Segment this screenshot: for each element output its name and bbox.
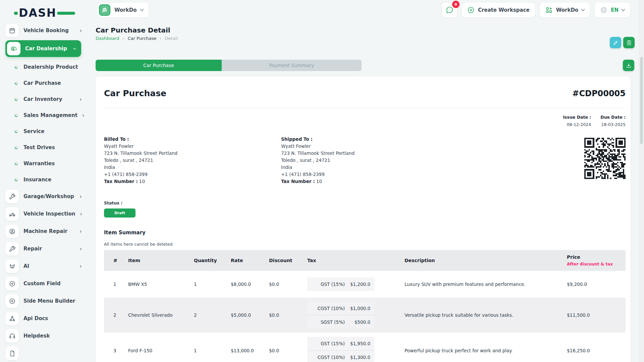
page-scrollbar[interactable] xyxy=(639,0,644,362)
sidebar-item-vehicle-inspection[interactable]: Vehicle Inspection› xyxy=(5,205,89,223)
chevron-right-icon: › xyxy=(79,246,82,252)
sidebar: DASH Vehicle Booking›Car Dealership›Deal… xyxy=(0,0,89,362)
language-label: EN xyxy=(611,7,619,13)
col-description: Description xyxy=(400,250,563,271)
bullet-icon xyxy=(14,162,18,166)
caravan-icon xyxy=(7,42,20,55)
chevron-right-icon: › xyxy=(123,36,124,41)
chevron-right-icon: › xyxy=(79,263,82,269)
breadcrumb-dashboard[interactable]: Dashboard xyxy=(96,36,119,41)
cell-item: Ford F-150 xyxy=(125,333,191,362)
sidebar-item-garage-workshop[interactable]: Garage/Workshop› xyxy=(5,188,89,205)
car-purchase-card: Car Purchase #CDP00005 Issue Date : 08-1… xyxy=(96,76,631,362)
billed-to-title: Billed To : xyxy=(104,136,281,143)
logo-text: DASH xyxy=(19,6,56,19)
item-summary-title: Item Summary xyxy=(104,230,626,236)
scrollbar-thumb[interactable] xyxy=(640,57,643,144)
detail-tabs: Car Purchase Payment Summary xyxy=(96,60,362,71)
cell-description: Luxury SUV with premium features and per… xyxy=(400,271,563,298)
status-label: Status : xyxy=(104,200,626,205)
chevron-right-icon: › xyxy=(79,28,82,34)
shipped-to-address1: 723 N. Tillamook Street Portland xyxy=(281,150,458,157)
sidebar-item-vehicle-booking[interactable]: Vehicle Booking› xyxy=(5,23,89,38)
tab-payment-summary[interactable]: Payment Summary xyxy=(222,60,362,71)
sidebar-item-custom-field[interactable]: Custom Field xyxy=(5,275,89,292)
sidebar-item-ai[interactable]: AI› xyxy=(5,257,89,275)
shipped-to-phone: +1 (471) 858-2399 xyxy=(281,171,458,178)
cell-quantity: 2 xyxy=(191,298,228,333)
sidebar-item-sales-management[interactable]: Sales Management› xyxy=(5,107,89,123)
cell-tax: GST (15%)$1,950.0CGST (10%)$1,300.0 xyxy=(305,333,400,362)
breadcrumb-car-purchase[interactable]: Car Purchase xyxy=(128,36,157,41)
shipped-to-block: Shipped To : Wyatt Fowler 723 N. Tillamo… xyxy=(281,136,458,185)
bullet-icon xyxy=(14,113,18,117)
item-row-1: 1BMW X51$8,000.0$0.0GST (15%)$1,200.0Lux… xyxy=(104,271,626,298)
sidebar-item-side-menu-builder[interactable]: Side Menu Builder xyxy=(5,292,89,310)
sidebar-item-warranties[interactable]: Warranties xyxy=(5,156,89,172)
app-switcher-button[interactable]: WorkDo xyxy=(540,3,590,17)
sidebar-item-machine-repair[interactable]: Machine Repair› xyxy=(5,223,89,240)
cell-discount: $0.0 xyxy=(266,333,305,362)
download-button[interactable] xyxy=(623,60,634,71)
issue-date-label: Issue Date : xyxy=(563,115,591,120)
workspace-selector[interactable]: WorkDo xyxy=(97,3,149,17)
pencil-icon xyxy=(613,40,619,46)
sidebar-item-car-inventory[interactable]: Car Inventory› xyxy=(5,91,89,107)
shipped-to-address2: Toledo , surat , 24721 xyxy=(281,157,458,164)
ai-icon xyxy=(5,259,19,273)
calendar-icon xyxy=(5,24,19,37)
billed-to-block: Billed To : Wyatt Fowler 723 N. Tillamoo… xyxy=(104,136,281,185)
cell-description: Versatile pickup truck suitable for vari… xyxy=(400,298,563,333)
tab-car-purchase[interactable]: Car Purchase xyxy=(96,60,222,71)
col-discount: Discount xyxy=(266,250,305,271)
col-rate: Rate xyxy=(228,250,266,271)
brand-logo[interactable]: DASH xyxy=(19,5,69,20)
bullet-icon xyxy=(14,81,18,85)
item-row-2: 2Chevrolet Silverado2$5,000.0$0.0CGST (1… xyxy=(104,298,626,333)
workspace-label: WorkDo xyxy=(114,7,137,13)
cell-discount: $0.0 xyxy=(266,298,305,333)
sidebar-item-car-purchase[interactable]: Car Purchase xyxy=(5,75,89,91)
cell-description: Powerful pickup truck perfect for work a… xyxy=(400,333,563,362)
bullet-icon xyxy=(14,145,18,149)
messages-button[interactable]: 0 xyxy=(442,3,457,17)
cell-index: 3 xyxy=(104,333,125,362)
topbar-actions: 0 Create Workspace WorkDo EN xyxy=(442,3,630,17)
sidebar-item-car-dealership[interactable]: Car Dealership› xyxy=(5,40,81,57)
language-selector[interactable]: EN xyxy=(595,3,630,17)
bullet-icon xyxy=(14,178,18,182)
sidebar-item-helpdesk[interactable]: Helpdesk xyxy=(5,327,89,345)
col-price: Price After discount & tax xyxy=(563,250,626,271)
billed-to-country: India xyxy=(104,164,281,171)
create-workspace-button[interactable]: Create Workspace xyxy=(462,3,535,17)
cell-price: $16,250.0 xyxy=(563,333,626,362)
chevron-down-icon xyxy=(140,7,144,11)
page-title: Car Purchase Detail xyxy=(96,26,170,34)
workspace-building-icon xyxy=(99,4,110,16)
duplicate-payment-button[interactable] xyxy=(623,37,635,48)
status-badge: Draft xyxy=(104,208,136,218)
sidebar-item-test-drives[interactable]: Test Drives xyxy=(5,139,89,156)
table-header-row: # Item Quantity Rate Discount Tax Descri… xyxy=(104,250,626,271)
sidebar-item-api-docs[interactable]: Api Docs xyxy=(5,310,89,327)
chevron-down-icon xyxy=(621,7,625,11)
sidebar-item-repair[interactable]: Repair› xyxy=(5,240,89,257)
chevron-right-icon: › xyxy=(79,97,82,102)
col-index: # xyxy=(104,250,125,271)
billed-to-address2: Toledo , surat , 24721 xyxy=(104,157,281,164)
tax-amount: $1,200.0 xyxy=(345,282,370,287)
cell-rate: $13,000.0 xyxy=(228,333,266,362)
sidebar-item-service[interactable]: Service xyxy=(5,123,89,139)
edit-button[interactable] xyxy=(610,37,621,48)
shipped-to-title: Shipped To : xyxy=(281,136,458,143)
doc-icon xyxy=(5,347,19,360)
breadcrumb-detail: Detail xyxy=(165,36,178,41)
sidebar-item-insurance[interactable]: Insurance xyxy=(5,172,89,188)
bullet-icon xyxy=(14,97,18,101)
cell-tax: GST (15%)$1,200.0 xyxy=(305,271,400,298)
col-item: Item xyxy=(125,250,191,271)
sidebar-item-dealership-product[interactable]: Dealership Product xyxy=(5,59,89,75)
bullet-icon xyxy=(14,65,18,69)
sidebar-item-partial[interactable] xyxy=(5,345,89,362)
cell-quantity: 1 xyxy=(191,333,228,362)
